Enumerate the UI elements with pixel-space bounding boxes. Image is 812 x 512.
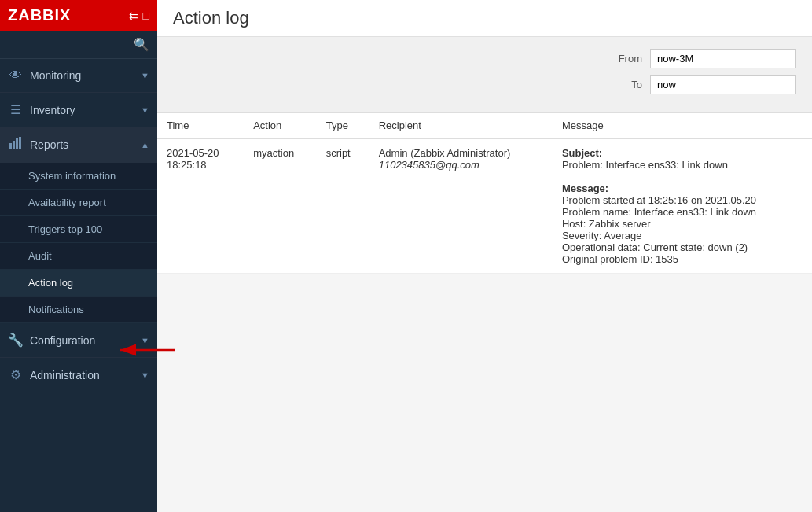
administration-label: Administration (30, 369, 134, 381)
expand-icon[interactable]: □ (143, 9, 149, 22)
page-title: Action log (173, 8, 796, 28)
monitoring-label: Monitoring (30, 69, 134, 82)
submenu-item-notifications[interactable]: Notifications (0, 297, 157, 323)
monitoring-icon: 👁 (8, 68, 24, 83)
action-log-table-container: Time Action Type Recipient Message 2021-… (157, 113, 812, 274)
search-icon[interactable]: 🔍 (134, 37, 149, 52)
col-type: Type (317, 113, 369, 138)
col-action: Action (244, 113, 317, 138)
main-content: Action log From To Time Action Type (157, 0, 812, 512)
sidebar-item-configuration[interactable]: 🔧 Configuration ▼ (0, 323, 157, 358)
reports-submenu: System information Availability report T… (0, 163, 157, 323)
page-header: Action log (157, 0, 812, 37)
sidebar: ZABBIX ⇇ □ 🔍 👁 Monitoring ▼ ☰ Inventory … (0, 0, 157, 512)
reports-icon (8, 137, 24, 153)
to-label: To (619, 79, 642, 90)
svg-rect-0 (9, 143, 12, 149)
cell-message: Subject: Problem: Interface ens33: Link … (553, 138, 812, 274)
configuration-label: Configuration (30, 334, 134, 347)
logo-controls: ⇇ □ (129, 9, 149, 22)
submenu-item-audit[interactable]: Audit (0, 243, 157, 270)
search-bar: 🔍 (0, 31, 157, 59)
svg-rect-3 (19, 137, 21, 149)
sidebar-item-administration[interactable]: ⚙ Administration ▼ (0, 358, 157, 392)
time-hour: 18:25:18 (167, 159, 207, 171)
col-recipient: Recipient (369, 113, 553, 138)
cell-time: 2021-05-20 18:25:18 (157, 138, 244, 274)
message-body-label: Message: (562, 182, 608, 194)
reports-arrow: ▲ (141, 140, 149, 149)
message-subject-text: Problem: Interface ens33: Link down (562, 159, 728, 171)
message-subject-label: Subject: (562, 147, 602, 159)
sidebar-item-inventory[interactable]: ☰ Inventory ▼ (0, 93, 157, 127)
recipient-name: Admin (Zabbix Administrator) (379, 147, 511, 159)
configuration-icon: 🔧 (8, 333, 24, 348)
svg-rect-1 (13, 141, 15, 149)
filter-to-row: To (173, 75, 796, 94)
inventory-label: Inventory (30, 104, 134, 116)
configuration-arrow: ▼ (141, 336, 149, 345)
filter-bar: From To (157, 37, 812, 113)
cell-type: script (317, 138, 369, 274)
message-line4: Severity: Average (562, 230, 642, 241)
cell-recipient: Admin (Zabbix Administrator) 1102345835@… (369, 138, 553, 274)
filter-from-row: From (173, 49, 796, 68)
submenu-item-triggers-top-100[interactable]: Triggers top 100 (0, 216, 157, 243)
from-input[interactable] (650, 49, 796, 68)
inventory-icon: ☰ (8, 102, 24, 117)
administration-arrow: ▼ (141, 370, 149, 380)
content-area: From To Time Action Type Recipient Messa… (157, 37, 812, 512)
message-line2: Problem name: Interface ens33: Link down (562, 206, 756, 218)
table-row: 2021-05-20 18:25:18 myaction script Admi… (157, 138, 812, 274)
cell-action: myaction (244, 138, 317, 274)
monitoring-arrow: ▼ (141, 71, 149, 80)
submenu-item-system-information[interactable]: System information (0, 163, 157, 190)
administration-icon: ⚙ (8, 367, 24, 382)
action-log-table: Time Action Type Recipient Message 2021-… (157, 113, 812, 274)
submenu-item-availability-report[interactable]: Availability report (0, 190, 157, 216)
submenu-item-action-log[interactable]: Action log (0, 270, 157, 297)
from-label: From (619, 53, 642, 64)
message-line3: Host: Zabbix server (562, 218, 651, 230)
sidebar-item-reports[interactable]: Reports ▲ (0, 127, 157, 163)
message-line6: Original problem ID: 1535 (562, 253, 678, 265)
recipient-email: 1102345835@qq.com (379, 159, 479, 171)
collapse-icon[interactable]: ⇇ (129, 9, 138, 22)
table-header-row: Time Action Type Recipient Message (157, 113, 812, 138)
reports-label: Reports (30, 138, 134, 151)
svg-rect-2 (16, 138, 18, 149)
time-date: 2021-05-20 (167, 147, 219, 159)
col-time: Time (157, 113, 244, 138)
message-line5: Operational data: Current state: down (2… (562, 241, 748, 253)
sidebar-item-monitoring[interactable]: 👁 Monitoring ▼ (0, 59, 157, 93)
logo-text: ZABBIX (8, 6, 71, 24)
inventory-arrow: ▼ (141, 105, 149, 115)
logo-bar: ZABBIX ⇇ □ (0, 0, 157, 31)
message-line1: Problem started at 18:25:16 on 2021.05.2… (562, 194, 756, 206)
to-input[interactable] (650, 75, 796, 94)
col-message: Message (553, 113, 812, 138)
